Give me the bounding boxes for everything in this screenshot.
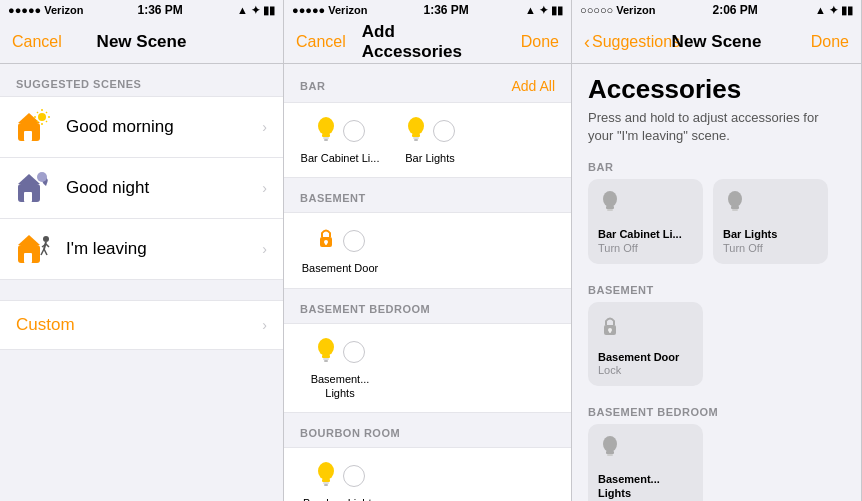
p3-basement-door-name: Basement Door (598, 350, 693, 364)
bar-cabinet-select-circle[interactable] (343, 120, 365, 142)
im-leaving-icon (16, 231, 52, 267)
acc-basement-door[interactable]: Basement Door (300, 225, 380, 275)
room-bar-header: BAR Add All (284, 64, 571, 102)
status-bar-2: ●●●●● Verizon 1:36 PM ▲ ✦ ▮▮ (284, 0, 571, 20)
accessories-scroll: BAR Add All (284, 64, 571, 501)
acc-bourbon-lights-top (315, 460, 365, 492)
back-button-3[interactable]: ‹ Suggestions (584, 33, 680, 51)
svg-line-22 (44, 249, 47, 255)
im-leaving-label: I'm leaving (66, 239, 262, 259)
svg-rect-41 (322, 479, 330, 482)
p3-scroll: Accessories Press and hold to adjust acc… (572, 64, 861, 501)
good-morning-icon (16, 109, 52, 145)
acc-bar-lights[interactable]: Bar Lights (390, 115, 470, 165)
p3-acc-basement-door[interactable]: Basement Door Lock (588, 302, 703, 386)
done-button-3[interactable]: Done (811, 33, 849, 51)
back-chevron-icon: ‹ (584, 33, 590, 51)
acc-bourbon-lights[interactable]: Bourbon Lights (300, 460, 380, 501)
p3-bar-cabinet-name: Bar Cabinet Li... (598, 227, 693, 241)
basement-lights-bulb-icon (315, 336, 337, 368)
time-2: 1:36 PM (424, 3, 469, 17)
bar-cabinet-name: Bar Cabinet Li... (301, 151, 380, 165)
svg-rect-55 (607, 454, 613, 456)
back-label-3: Suggestions (592, 33, 680, 51)
scene-item-good-night[interactable]: Good night › (0, 158, 283, 219)
p3-accessories-title: Accessories (588, 74, 845, 105)
nav-inner-1: Cancel New Scene (12, 33, 271, 51)
chevron-custom: › (262, 317, 267, 333)
room-basement-bedroom-header: BASEMENT BEDROOM (284, 289, 571, 323)
bourbon-lights-select-circle[interactable] (343, 465, 365, 487)
room-bourbon: BOURBON ROOM (284, 413, 571, 501)
p3-bar-lights-icon (723, 189, 818, 223)
svg-point-44 (603, 191, 617, 207)
chevron-good-night: › (262, 180, 267, 196)
svg-point-19 (43, 236, 49, 242)
basement-door-name: Basement Door (302, 261, 378, 275)
svg-rect-32 (414, 139, 418, 141)
bourbon-lights-name: Bourbon Lights (303, 496, 377, 501)
acc-bar-cabinet-lights[interactable]: Bar Cabinet Li... (300, 115, 380, 165)
svg-point-29 (408, 117, 424, 135)
svg-line-8 (37, 112, 38, 113)
icons-2: ▲ ✦ ▮▮ (525, 4, 563, 17)
add-all-button[interactable]: Add All (511, 78, 555, 94)
svg-point-3 (38, 113, 46, 121)
svg-marker-17 (18, 235, 40, 245)
svg-rect-39 (324, 360, 328, 362)
nav-title-2: Add Accessories (362, 22, 494, 62)
svg-rect-26 (322, 134, 330, 137)
p3-bar-lights-state: Turn Off (723, 242, 818, 254)
bourbon-lights-bulb-icon (315, 460, 337, 492)
cancel-button-1[interactable]: Cancel (12, 33, 62, 51)
p3-basement-lights-icon (598, 434, 693, 468)
chevron-good-morning: › (262, 119, 267, 135)
svg-marker-13 (18, 174, 40, 184)
nav-title-3: New Scene (672, 32, 762, 52)
bar-lights-select-circle[interactable] (433, 120, 455, 142)
p3-bar-cabinet-icon (598, 189, 693, 223)
svg-point-47 (728, 191, 742, 207)
svg-rect-42 (323, 482, 329, 484)
svg-rect-37 (322, 355, 330, 358)
custom-scene-item[interactable]: Custom › (0, 300, 283, 350)
basement-door-lock-icon (315, 225, 337, 257)
room-bar: BAR Add All (284, 64, 571, 178)
room-basement-bedroom-label: BASEMENT BEDROOM (300, 303, 430, 315)
svg-line-11 (37, 121, 38, 122)
svg-rect-2 (24, 131, 32, 141)
p3-header: Accessories Press and hold to adjust acc… (572, 64, 861, 151)
svg-line-10 (46, 112, 47, 113)
p3-room-basement-label: BASEMENT (572, 274, 861, 302)
svg-line-24 (46, 244, 49, 247)
scene-item-im-leaving[interactable]: I'm leaving › (0, 219, 283, 280)
done-button-2[interactable]: Done (521, 33, 559, 51)
p3-acc-bar-lights[interactable]: Bar Lights Turn Off (713, 179, 828, 263)
nav-inner-3: ‹ Suggestions New Scene Done (584, 33, 849, 51)
p3-bar-cabinet-state: Turn Off (598, 242, 693, 254)
carrier-1: ●●●●● Verizon (8, 4, 83, 16)
acc-bar-lights-top (405, 115, 455, 147)
status-bar-3: ○○○○○ Verizon 2:06 PM ▲ ✦ ▮▮ (572, 0, 861, 20)
p3-acc-bar-cabinet[interactable]: Bar Cabinet Li... Turn Off (588, 179, 703, 263)
basement-lights-select-circle[interactable] (343, 341, 365, 363)
icons-3: ▲ ✦ ▮▮ (815, 4, 853, 17)
acc-basement-lights[interactable]: Basement... Lights (300, 336, 380, 401)
basement-bedroom-accessories-grid: Basement... Lights (284, 323, 571, 414)
panel-add-accessories: ●●●●● Verizon 1:36 PM ▲ ✦ ▮▮ Cancel Add … (284, 0, 572, 501)
acc-basement-lights-top (315, 336, 365, 368)
scene-item-good-morning[interactable]: Good morning › (0, 96, 283, 158)
panel-new-scene: ●●●●● Verizon 1:36 PM ▲ ✦ ▮▮ Cancel New … (0, 0, 284, 501)
room-bourbon-label: BOURBON ROOM (300, 427, 400, 439)
basement-door-select-circle[interactable] (343, 230, 365, 252)
basement-lights-name: Basement... Lights (300, 372, 380, 401)
room-basement-bedroom: BASEMENT BEDROOM (284, 289, 571, 414)
time-3: 2:06 PM (713, 3, 758, 17)
svg-point-15 (37, 172, 47, 182)
svg-rect-54 (606, 451, 614, 454)
p3-acc-basement-lights[interactable]: Basement... Lights Turn Off (588, 424, 703, 501)
basement-accessories-grid: Basement Door (284, 212, 571, 288)
svg-rect-18 (24, 253, 32, 263)
cancel-button-2[interactable]: Cancel (296, 33, 346, 51)
p3-accessories-subtitle: Press and hold to adjust accessories for… (588, 109, 845, 145)
